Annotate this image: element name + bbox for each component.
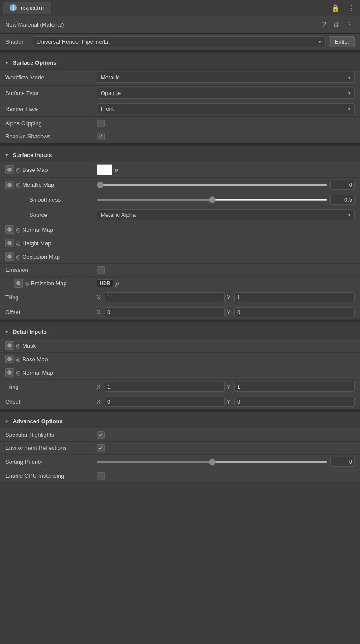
shader-row: Shader Universal Render Pipeline/Lit Edi… [0,34,360,51]
settings-button[interactable]: ⚙ [331,20,341,30]
smoothness-row: Smoothness [0,192,360,207]
detail-tiling-y-input[interactable] [234,382,355,392]
sorting-priority-slider[interactable] [97,461,328,463]
receive-shadows-checkbox[interactable]: ✓ [97,133,105,140]
specular-highlights-label: Specular Highlights [5,432,97,438]
tab-actions: 🔒 ⋮ [329,3,357,13]
surface-type-dropdown-wrap: Opaque Transparent [97,88,355,99]
base-map-thumb[interactable] [5,165,14,174]
render-face-dropdown-wrap: Front Back Both [97,103,355,114]
surface-tiling-y-label: Y [227,294,233,301]
emission-eyedropper[interactable]: 𝒑 [116,280,119,287]
surface-options-section: ▼ Surface Options Workflow Mode Metallic… [0,56,360,143]
height-map-thumb[interactable] [5,239,14,247]
smoothness-value [97,195,355,205]
detail-normalmap-thumb[interactable] [5,368,14,377]
smoothness-slider[interactable] [97,199,328,201]
detail-inputs-header[interactable]: ▼ Detail Inputs [0,325,360,339]
more-button[interactable]: ⋮ [344,20,355,30]
normal-map-thumb[interactable] [5,225,14,234]
detail-normalmap-circle-icon: ◎ [16,370,20,376]
surface-inputs-header[interactable]: ▼ Surface Inputs [0,148,360,162]
base-map-color-swatch[interactable] [97,164,112,175]
smoothness-input[interactable] [330,195,355,205]
metallic-map-slider[interactable] [97,184,328,186]
surface-offset-x-input[interactable] [105,307,225,317]
tab-label: Inspector [19,4,44,11]
normal-map-label: Normal Map [22,226,53,233]
surface-offset-value: X Y [97,307,355,317]
metallic-map-value [97,180,355,190]
normal-map-row: ◎ Normal Map [0,223,360,236]
sorting-priority-label: Sorting Priority [5,459,97,465]
emission-map-circle-icon: ◎ [24,280,29,287]
surface-tiling-y-input[interactable] [234,292,355,302]
sorting-priority-row: Sorting Priority [0,455,360,469]
base-map-circle-icon: ◎ [16,167,20,173]
height-map-label-wrap: ◎ Height Map [5,239,97,247]
workflow-mode-dropdown-wrap: Metallic Specular [97,72,355,83]
material-header: New Material (Material) ? ⚙ ⋮ [0,16,360,34]
emission-checkbox[interactable] [97,266,105,274]
normal-map-circle-icon: ◎ [16,226,20,233]
source-dropdown[interactable]: Metallic Alpha Albedo Alpha [97,209,355,220]
edit-button[interactable]: Edit... [329,36,355,47]
detail-mask-thumb[interactable] [5,341,14,350]
metallic-map-label-wrap: ◎ Metallic Map [5,181,97,189]
emission-map-label-wrap: ◎ Emission Map [5,279,97,288]
detail-tiling-x-input[interactable] [105,382,225,392]
detail-tiling-row: Tiling X Y [0,380,360,394]
sorting-priority-input[interactable] [330,457,355,467]
detail-offset-y-label: Y [227,398,233,405]
surface-offset-y-label: Y [227,309,233,315]
hdr-badge: HDR [97,279,113,287]
env-reflections-checkbox[interactable]: ✓ [97,444,105,452]
normal-map-label-wrap: ◎ Normal Map [5,225,97,234]
render-face-dropdown[interactable]: Front Back Both [97,103,355,114]
surface-tiling-x-input[interactable] [105,292,225,302]
occlusion-map-thumb[interactable] [5,252,14,261]
detail-normalmap-label-wrap: ◎ Normal Map [5,368,97,377]
metallic-map-circle-icon: ◎ [16,182,20,188]
detail-normalmap-row: ◎ Normal Map [0,366,360,380]
metallic-map-thumb[interactable] [5,181,14,189]
alpha-clipping-value [97,120,355,127]
detail-offset-label: Offset [5,398,97,405]
advanced-options-title: Advanced Options [13,418,63,425]
shader-label: Shader [5,38,29,45]
alpha-clipping-checkbox[interactable] [97,120,105,127]
detail-basemap-thumb[interactable] [5,355,14,363]
emission-map-thumb[interactable] [14,279,23,288]
surface-options-header[interactable]: ▼ Surface Options [0,56,360,70]
menu-button[interactable]: ⋮ [346,3,357,13]
specular-highlights-checkbox[interactable]: ✓ [97,431,105,439]
specular-highlights-value: ✓ [97,431,355,439]
shader-dropdown[interactable]: Universal Render Pipeline/Lit [33,36,326,47]
source-value: Metallic Alpha Albedo Alpha [97,209,355,220]
metallic-map-label: Metallic Map [22,182,54,188]
workflow-mode-dropdown[interactable]: Metallic Specular [97,72,355,83]
inspector-tab[interactable]: i Inspector [3,2,51,14]
detail-offset-y-input[interactable] [234,397,355,407]
advanced-options-header[interactable]: ▼ Advanced Options [0,414,360,428]
surface-offset-x-label: X [97,309,103,315]
surface-type-label: Surface Type [5,90,97,96]
base-map-eyedropper[interactable]: 𝒑 [115,166,118,174]
surface-offset-row: Offset X Y [0,305,360,320]
gpu-instancing-row: Enable GPU Instancing [0,469,360,483]
surface-type-dropdown[interactable]: Opaque Transparent [97,88,355,99]
surface-tiling-row: Tiling X Y [0,290,360,305]
surface-inputs-arrow: ▼ [4,153,9,158]
source-label: Source [5,212,97,218]
detail-basemap-row: ◎ Base Map [0,353,360,366]
surface-offset-y-input[interactable] [234,307,355,317]
metallic-map-input[interactable] [330,180,355,190]
env-reflections-label: Environment Reflections [5,445,97,451]
detail-offset-x-input[interactable] [105,397,225,407]
smoothness-label: Smoothness [5,196,97,203]
help-button[interactable]: ? [320,20,328,30]
lock-button[interactable]: 🔒 [329,3,342,13]
render-face-value: Front Back Both [97,103,355,114]
detail-mask-circle-icon: ◎ [16,343,20,349]
gpu-instancing-checkbox[interactable] [97,472,105,480]
